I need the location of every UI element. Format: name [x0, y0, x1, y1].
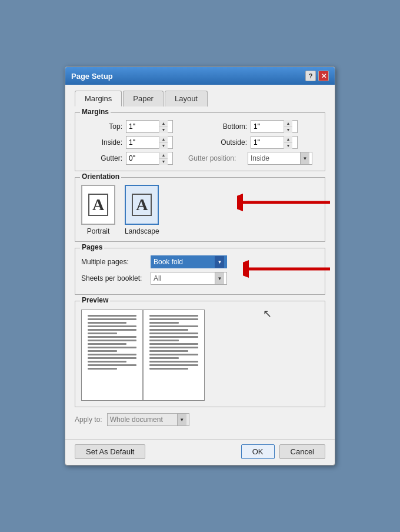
outside-input[interactable]	[251, 137, 284, 148]
left-page	[82, 310, 142, 400]
outside-spin-down[interactable]: ▼	[284, 142, 292, 149]
margin-fields: Top: ▲ ▼ Bottom: ▲	[81, 120, 319, 149]
gutter-position-label: Gutter position:	[188, 154, 244, 162]
help-button[interactable]: ?	[305, 71, 316, 81]
tab-margins[interactable]: Margins	[75, 91, 122, 107]
bottom-spinner[interactable]: ▲ ▼	[251, 120, 298, 133]
pages-wrapper: Pages Multiple pages: Book fold ▼ Sheets…	[75, 248, 325, 295]
line	[88, 350, 117, 352]
portrait-letter: A	[88, 194, 108, 216]
line	[149, 325, 198, 327]
line	[149, 347, 198, 348]
inside-spin-down[interactable]: ▼	[159, 142, 168, 149]
margins-section-title: Margins	[80, 108, 111, 116]
line	[149, 315, 198, 317]
line	[88, 347, 136, 348]
gutter-position-dropdown[interactable]: Inside ▼	[248, 152, 312, 165]
inside-input[interactable]	[126, 137, 159, 148]
preview-section-title: Preview	[80, 296, 110, 304]
tab-paper[interactable]: Paper	[123, 91, 164, 107]
line	[88, 318, 136, 320]
gutter-label: Gutter:	[81, 154, 122, 162]
portrait-button[interactable]: A Portrait	[81, 185, 115, 235]
bottom-spin-down[interactable]: ▼	[284, 127, 292, 134]
multiple-pages-dropdown[interactable]: Book fold ▼	[151, 255, 227, 268]
line	[149, 336, 198, 338]
sheets-arrow: ▼	[215, 272, 224, 284]
footer-left: Set As Default	[75, 444, 145, 459]
line	[88, 361, 126, 363]
apply-select[interactable]: Whole document ▼	[107, 413, 189, 426]
cursor-icon: ↖	[263, 307, 272, 320]
gutter-input[interactable]	[126, 152, 159, 164]
outside-spin-up[interactable]: ▲	[284, 136, 292, 142]
line	[88, 343, 126, 345]
pages-section-title: Pages	[80, 243, 104, 251]
line	[149, 343, 198, 345]
outside-spinner[interactable]: ▲ ▼	[251, 136, 298, 149]
landscape-button[interactable]: A Landscape	[125, 185, 159, 235]
portrait-icon: A	[81, 185, 115, 225]
inside-spinner-buttons: ▲ ▼	[159, 136, 168, 149]
line	[88, 322, 126, 324]
top-spinner[interactable]: ▲ ▼	[126, 120, 173, 133]
orientation-section-title: Orientation	[80, 172, 121, 181]
top-spin-down[interactable]: ▼	[159, 127, 168, 134]
line	[88, 315, 136, 317]
top-spin-up[interactable]: ▲	[159, 120, 168, 127]
dialog-title: Page Setup	[71, 72, 113, 81]
outside-label: Outside:	[206, 138, 247, 147]
line	[88, 364, 136, 366]
multiple-pages-value: Book fold	[154, 258, 215, 266]
gutter-position-arrow: ▼	[300, 152, 309, 164]
title-bar-buttons: ? ✕	[305, 71, 329, 81]
sheets-label: Sheets per booklet:	[81, 274, 146, 282]
footer-right: OK Cancel	[241, 444, 325, 459]
line	[88, 325, 136, 327]
gutter-spin-down[interactable]: ▼	[159, 158, 168, 165]
tabs: Margins Paper Layout	[75, 91, 325, 107]
gutter-spinner[interactable]: ▲ ▼	[126, 152, 173, 165]
pages-section: Pages Multiple pages: Book fold ▼ Sheets…	[75, 248, 325, 295]
line	[149, 318, 198, 320]
title-bar: Page Setup ? ✕	[65, 67, 335, 85]
close-button[interactable]: ✕	[318, 71, 329, 81]
inside-field-row: Inside: ▲ ▼	[81, 136, 194, 149]
inside-spin-up[interactable]: ▲	[159, 136, 168, 142]
ok-button[interactable]: OK	[241, 444, 275, 459]
line	[149, 340, 179, 341]
line	[88, 340, 136, 341]
sheets-row: Sheets per booklet: All ▼	[81, 272, 319, 285]
line	[149, 368, 188, 370]
multiple-pages-row: Multiple pages: Book fold ▼	[81, 255, 319, 268]
sheets-dropdown[interactable]: All ▼	[151, 272, 227, 285]
orientation-wrapper: Orientation A Portrait A Landsca	[75, 177, 325, 242]
right-page	[142, 310, 204, 400]
bottom-spinner-buttons: ▲ ▼	[284, 120, 292, 133]
book-preview	[81, 310, 205, 401]
bottom-label: Bottom:	[206, 122, 247, 131]
gutter-position-value: Inside	[251, 154, 300, 162]
line	[88, 354, 136, 355]
dialog-body: Margins Paper Layout Margins Top: ▲ ▼	[65, 85, 335, 439]
line	[88, 332, 117, 334]
line	[149, 361, 198, 363]
line	[88, 329, 136, 331]
inside-spinner[interactable]: ▲ ▼	[126, 136, 173, 149]
set-as-default-button[interactable]: Set As Default	[75, 444, 145, 459]
top-input[interactable]	[126, 121, 159, 132]
orientation-buttons: A Portrait A Landscape	[81, 185, 319, 235]
outside-spinner-buttons: ▲ ▼	[284, 136, 292, 149]
line	[149, 357, 179, 359]
line	[88, 357, 136, 359]
bottom-spin-up[interactable]: ▲	[284, 120, 292, 127]
preview-section: Preview ↖	[75, 301, 325, 407]
apply-label: Apply to:	[75, 415, 102, 424]
apply-row: Apply to: Whole document ▼	[75, 413, 325, 426]
tab-layout[interactable]: Layout	[165, 91, 208, 107]
landscape-label: Landscape	[125, 227, 159, 235]
cancel-button[interactable]: Cancel	[279, 444, 325, 459]
gutter-spin-up[interactable]: ▲	[159, 152, 168, 158]
bottom-input[interactable]	[251, 121, 284, 132]
line	[88, 368, 117, 370]
